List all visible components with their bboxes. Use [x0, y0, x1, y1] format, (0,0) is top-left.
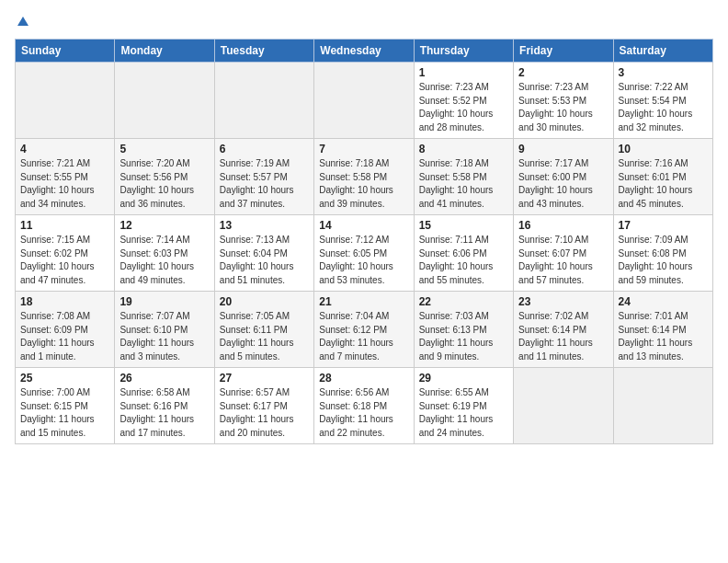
calendar-cell: 24Sunrise: 7:01 AM Sunset: 6:14 PM Dayli…: [613, 292, 712, 368]
day-info: Sunrise: 7:18 AM Sunset: 5:58 PM Dayligh…: [419, 157, 508, 211]
calendar-cell: 7Sunrise: 7:18 AM Sunset: 5:58 PM Daylig…: [314, 139, 414, 215]
day-number: 28: [319, 372, 408, 385]
day-number: 23: [518, 295, 608, 308]
calendar-cell: 4Sunrise: 7:21 AM Sunset: 5:55 PM Daylig…: [16, 139, 115, 215]
day-number: 14: [319, 219, 408, 232]
col-header-monday: Monday: [115, 40, 214, 63]
calendar-cell: 10Sunrise: 7:16 AM Sunset: 6:01 PM Dayli…: [613, 139, 712, 215]
calendar-cell: 16Sunrise: 7:10 AM Sunset: 6:07 PM Dayli…: [514, 215, 613, 292]
day-info: Sunrise: 7:14 AM Sunset: 6:03 PM Dayligh…: [119, 234, 209, 287]
calendar-week-row: 1Sunrise: 7:23 AM Sunset: 5:52 PM Daylig…: [16, 63, 713, 139]
day-info: Sunrise: 7:21 AM Sunset: 5:55 PM Dayligh…: [20, 157, 109, 211]
day-number: 21: [319, 295, 408, 308]
day-info: Sunrise: 7:16 AM Sunset: 6:01 PM Dayligh…: [619, 157, 708, 211]
day-info: Sunrise: 7:03 AM Sunset: 6:13 PM Dayligh…: [419, 310, 508, 363]
day-number: 20: [220, 295, 309, 308]
calendar-cell: 27Sunrise: 6:57 AM Sunset: 6:17 PM Dayli…: [214, 368, 313, 444]
calendar-cell: 8Sunrise: 7:18 AM Sunset: 5:58 PM Daylig…: [414, 139, 513, 215]
day-number: 13: [220, 219, 309, 232]
col-header-saturday: Saturday: [613, 40, 712, 63]
day-info: Sunrise: 7:09 AM Sunset: 6:08 PM Dayligh…: [619, 234, 708, 287]
calendar-cell: 25Sunrise: 7:00 AM Sunset: 6:15 PM Dayli…: [16, 368, 115, 444]
day-info: Sunrise: 7:23 AM Sunset: 5:52 PM Dayligh…: [419, 81, 508, 134]
logo: [15, 15, 29, 31]
day-number: 27: [220, 372, 309, 385]
day-number: 5: [119, 143, 209, 155]
day-number: 17: [619, 219, 708, 232]
calendar-cell: 9Sunrise: 7:17 AM Sunset: 6:00 PM Daylig…: [514, 139, 613, 215]
day-info: Sunrise: 7:15 AM Sunset: 6:02 PM Dayligh…: [20, 234, 109, 287]
day-info: Sunrise: 7:04 AM Sunset: 6:12 PM Dayligh…: [319, 310, 408, 363]
calendar-cell: [115, 63, 214, 139]
calendar-cell: 19Sunrise: 7:07 AM Sunset: 6:10 PM Dayli…: [115, 292, 214, 368]
day-info: Sunrise: 7:19 AM Sunset: 5:57 PM Dayligh…: [220, 157, 309, 211]
day-number: 6: [220, 143, 309, 155]
day-info: Sunrise: 6:55 AM Sunset: 6:19 PM Dayligh…: [419, 386, 508, 440]
day-info: Sunrise: 7:05 AM Sunset: 6:11 PM Dayligh…: [220, 310, 309, 363]
day-number: 1: [419, 66, 508, 79]
calendar-cell: 12Sunrise: 7:14 AM Sunset: 6:03 PM Dayli…: [115, 215, 214, 292]
calendar-cell: [514, 368, 613, 444]
day-info: Sunrise: 7:13 AM Sunset: 6:04 PM Dayligh…: [220, 234, 309, 287]
day-number: 4: [20, 143, 109, 155]
day-info: Sunrise: 7:10 AM Sunset: 6:07 PM Dayligh…: [518, 234, 608, 287]
day-info: Sunrise: 6:56 AM Sunset: 6:18 PM Dayligh…: [319, 386, 408, 440]
day-number: 3: [619, 66, 708, 79]
calendar-cell: 6Sunrise: 7:19 AM Sunset: 5:57 PM Daylig…: [214, 139, 313, 215]
svg-marker-0: [17, 17, 28, 26]
calendar-week-row: 4Sunrise: 7:21 AM Sunset: 5:55 PM Daylig…: [16, 139, 713, 215]
day-info: Sunrise: 7:01 AM Sunset: 6:14 PM Dayligh…: [619, 310, 708, 363]
calendar-week-row: 11Sunrise: 7:15 AM Sunset: 6:02 PM Dayli…: [16, 215, 713, 292]
calendar-cell: 1Sunrise: 7:23 AM Sunset: 5:52 PM Daylig…: [414, 63, 513, 139]
calendar-cell: 14Sunrise: 7:12 AM Sunset: 6:05 PM Dayli…: [314, 215, 414, 292]
day-info: Sunrise: 7:17 AM Sunset: 6:00 PM Dayligh…: [518, 157, 608, 211]
day-info: Sunrise: 7:08 AM Sunset: 6:09 PM Dayligh…: [20, 310, 109, 363]
col-header-sunday: Sunday: [16, 40, 115, 63]
day-number: 8: [419, 143, 508, 155]
day-info: Sunrise: 7:20 AM Sunset: 5:56 PM Dayligh…: [119, 157, 209, 211]
day-number: 24: [619, 295, 708, 308]
calendar-cell: [314, 63, 414, 139]
calendar-table: SundayMondayTuesdayWednesdayThursdayFrid…: [15, 39, 713, 444]
day-number: 25: [20, 372, 109, 385]
calendar-cell: 18Sunrise: 7:08 AM Sunset: 6:09 PM Dayli…: [16, 292, 115, 368]
calendar-cell: [16, 63, 115, 139]
day-info: Sunrise: 7:00 AM Sunset: 6:15 PM Dayligh…: [20, 386, 109, 440]
day-info: Sunrise: 7:07 AM Sunset: 6:10 PM Dayligh…: [119, 310, 209, 363]
calendar-cell: 29Sunrise: 6:55 AM Sunset: 6:19 PM Dayli…: [414, 368, 513, 444]
calendar-cell: 26Sunrise: 6:58 AM Sunset: 6:16 PM Dayli…: [115, 368, 214, 444]
calendar-cell: 11Sunrise: 7:15 AM Sunset: 6:02 PM Dayli…: [16, 215, 115, 292]
calendar-cell: 2Sunrise: 7:23 AM Sunset: 5:53 PM Daylig…: [514, 63, 613, 139]
calendar-week-row: 18Sunrise: 7:08 AM Sunset: 6:09 PM Dayli…: [16, 292, 713, 368]
day-number: 22: [419, 295, 508, 308]
day-number: 9: [518, 143, 608, 155]
calendar-cell: 22Sunrise: 7:03 AM Sunset: 6:13 PM Dayli…: [414, 292, 513, 368]
calendar-cell: 15Sunrise: 7:11 AM Sunset: 6:06 PM Dayli…: [414, 215, 513, 292]
day-number: 18: [20, 295, 109, 308]
day-info: Sunrise: 6:58 AM Sunset: 6:16 PM Dayligh…: [119, 386, 209, 440]
day-number: 15: [419, 219, 508, 232]
calendar-cell: 3Sunrise: 7:22 AM Sunset: 5:54 PM Daylig…: [613, 63, 712, 139]
day-info: Sunrise: 6:57 AM Sunset: 6:17 PM Dayligh…: [220, 386, 309, 440]
day-number: 10: [619, 143, 708, 155]
day-number: 16: [518, 219, 608, 232]
day-info: Sunrise: 7:22 AM Sunset: 5:54 PM Dayligh…: [619, 81, 708, 134]
calendar-cell: [214, 63, 313, 139]
col-header-wednesday: Wednesday: [314, 40, 414, 63]
day-info: Sunrise: 7:11 AM Sunset: 6:06 PM Dayligh…: [419, 234, 508, 287]
col-header-tuesday: Tuesday: [214, 40, 313, 63]
day-info: Sunrise: 7:02 AM Sunset: 6:14 PM Dayligh…: [518, 310, 608, 363]
calendar-cell: 5Sunrise: 7:20 AM Sunset: 5:56 PM Daylig…: [115, 139, 214, 215]
col-header-friday: Friday: [514, 40, 613, 63]
calendar-cell: 13Sunrise: 7:13 AM Sunset: 6:04 PM Dayli…: [214, 215, 313, 292]
calendar-cell: 17Sunrise: 7:09 AM Sunset: 6:08 PM Dayli…: [613, 215, 712, 292]
day-number: 11: [20, 219, 109, 232]
calendar-cell: 20Sunrise: 7:05 AM Sunset: 6:11 PM Dayli…: [214, 292, 313, 368]
day-number: 7: [319, 143, 408, 155]
calendar-cell: 23Sunrise: 7:02 AM Sunset: 6:14 PM Dayli…: [514, 292, 613, 368]
header: [15, 15, 713, 31]
calendar-header-row: SundayMondayTuesdayWednesdayThursdayFrid…: [16, 40, 713, 63]
day-number: 26: [119, 372, 209, 385]
day-number: 19: [119, 295, 209, 308]
calendar-cell: [613, 368, 712, 444]
